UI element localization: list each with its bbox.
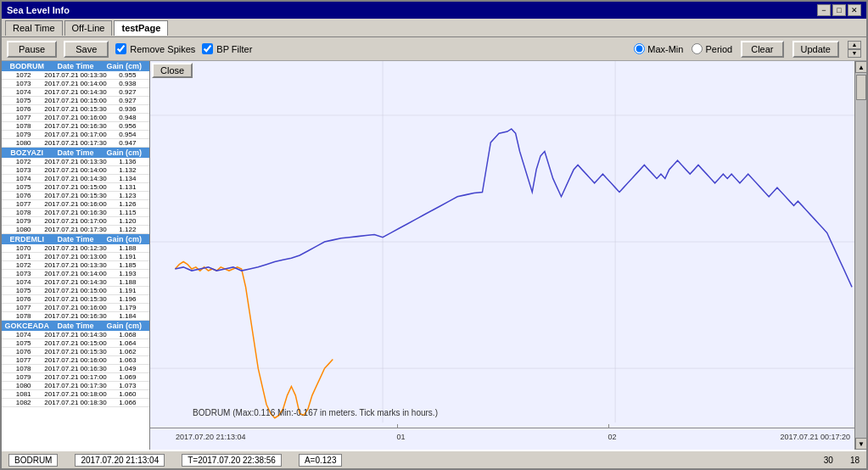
spin-down-button[interactable]: ▼ xyxy=(848,49,861,58)
update-button[interactable]: Update xyxy=(792,41,839,58)
table-row: 10742017.07.21 00:14:300.927 xyxy=(2,88,149,97)
status-station: BODRUM xyxy=(8,454,58,467)
bp-filter-checkbox-group: BP Filter xyxy=(202,43,252,54)
table-row: 10742017.07.21 00:14:301.134 xyxy=(2,175,149,183)
status-v2: 18 xyxy=(850,456,860,465)
remove-spikes-checkbox[interactable] xyxy=(115,43,126,54)
title-bar: Sea Level Info − □ ✕ xyxy=(2,2,866,19)
status-bar: BODRUM 2017.07.20 21:13:04 T=2017.07.20 … xyxy=(2,450,866,468)
table-row: 10742017.07.21 00:14:301.188 xyxy=(2,278,149,287)
max-min-radio[interactable] xyxy=(634,43,645,54)
table-row: 10772017.07.21 00:16:001.179 xyxy=(2,304,149,312)
x-tick-2 xyxy=(608,424,609,428)
table-row: 10772017.07.21 00:16:001.126 xyxy=(2,200,149,209)
spinner: ▲ ▼ xyxy=(848,41,861,58)
pause-button[interactable]: Pause xyxy=(7,41,57,58)
scroll-thumb[interactable] xyxy=(856,75,866,100)
erdemli-header: ERDEMLI Date Time Gain (cm) xyxy=(2,234,149,244)
left-panel: BODRUM Date Time Gain (cm) 10722017.07.2… xyxy=(2,61,150,450)
chart-close-button[interactable]: Close xyxy=(152,63,193,78)
x-axis-line xyxy=(150,428,854,428)
spin-up-button[interactable]: ▲ xyxy=(848,41,861,49)
main-content: BODRUM Date Time Gain (cm) 10722017.07.2… xyxy=(2,61,866,450)
chart-svg xyxy=(150,61,854,450)
tab-testpage[interactable]: testPage xyxy=(114,20,168,36)
station-erdemli: ERDEMLI Date Time Gain (cm) 10702017.07.… xyxy=(2,234,149,321)
x-axis-label-end: 2017.07.21 00:17:20 xyxy=(780,433,850,441)
status-datetime: 2017.07.20 21:13:04 xyxy=(75,454,165,467)
chart-area: Close 0.119 -0.025 -0.169 BODRUM (M xyxy=(150,61,854,450)
scroll-track xyxy=(855,73,866,438)
clear-button[interactable]: Clear xyxy=(741,41,783,58)
gokceada-name: GOKCEADA xyxy=(4,322,49,330)
save-button[interactable]: Save xyxy=(64,41,109,58)
maximize-button[interactable]: □ xyxy=(832,4,846,16)
table-row: 10762017.07.21 00:15:301.123 xyxy=(2,192,149,200)
erdemli-col-date: Date Time xyxy=(53,235,98,243)
table-row: 10712017.07.21 00:13:001.191 xyxy=(2,253,149,261)
toolbar: Pause Save Remove Spikes BP Filter Max-M… xyxy=(2,37,866,61)
scroll-up-button[interactable]: ▲ xyxy=(855,61,866,73)
bozyazi-name: BOZYAZI xyxy=(4,148,49,157)
table-row: 10772017.07.21 00:16:001.063 xyxy=(2,356,149,365)
period-radio[interactable] xyxy=(692,43,703,54)
bp-filter-label: BP Filter xyxy=(216,44,252,54)
bodrum-col-date: Date Time xyxy=(53,62,98,70)
table-row: 10752017.07.21 00:15:001.131 xyxy=(2,183,149,192)
table-row: 10822017.07.21 00:18:301.066 xyxy=(2,399,149,407)
bozyazi-col-gain: Gain (cm) xyxy=(102,148,147,157)
tab-realtime[interactable]: Real Time xyxy=(5,20,63,36)
table-row: 10802017.07.21 00:17:300.947 xyxy=(2,139,149,148)
x-tick-1 xyxy=(397,424,398,428)
x-axis-label-1: 01 xyxy=(397,433,406,441)
gokceada-col-gain: Gain (cm) xyxy=(102,322,147,330)
table-row: 10782017.07.21 00:16:301.115 xyxy=(2,209,149,217)
table-row: 10732017.07.21 00:14:000.938 xyxy=(2,80,149,88)
table-row: 10752017.07.21 00:15:001.064 xyxy=(2,339,149,348)
chart-info-text: BODRUM (Max:0.116 Min:-0.167 in meters. … xyxy=(193,408,438,417)
station-gokceada: GOKCEADA Date Time Gain (cm) 10742017.07… xyxy=(2,321,149,407)
table-row: 10732017.07.21 00:14:001.193 xyxy=(2,270,149,278)
table-row: 10772017.07.21 00:16:000.948 xyxy=(2,114,149,122)
bp-filter-checkbox[interactable] xyxy=(202,43,213,54)
status-a-value: A=0.123 xyxy=(299,454,343,467)
station-bodrum: BODRUM Date Time Gain (cm) 10722017.07.2… xyxy=(2,61,149,148)
status-t-value: T=2017.07.20 22:38:56 xyxy=(182,454,282,467)
window-controls: − □ ✕ xyxy=(817,4,861,16)
table-row: 10722017.07.21 00:13:301.136 xyxy=(2,158,149,166)
table-row: 10752017.07.21 00:15:001.191 xyxy=(2,287,149,295)
table-row: 10722017.07.21 00:13:301.185 xyxy=(2,261,149,270)
table-row: 10782017.07.21 00:16:301.184 xyxy=(2,312,149,321)
status-v1: 30 xyxy=(824,456,833,465)
tab-offline[interactable]: Off-Line xyxy=(64,20,113,36)
table-row: 10762017.07.21 00:15:301.062 xyxy=(2,348,149,356)
bozyazi-header: BOZYAZI Date Time Gain (cm) xyxy=(2,148,149,158)
table-row: 10782017.07.21 00:16:300.956 xyxy=(2,122,149,131)
x-axis-label-start: 2017.07.20 21:13:04 xyxy=(176,433,246,441)
window-title: Sea Level Info xyxy=(7,5,70,15)
table-row: 10782017.07.21 00:16:301.049 xyxy=(2,365,149,373)
erdemli-name: ERDEMLI xyxy=(4,235,49,243)
period-radio-item[interactable]: Period xyxy=(692,43,732,54)
table-row: 10792017.07.21 00:17:001.120 xyxy=(2,217,149,226)
table-row: 10802017.07.21 00:17:301.122 xyxy=(2,226,149,234)
bozyazi-col-date: Date Time xyxy=(53,148,98,157)
gokceada-col-date: Date Time xyxy=(53,322,98,330)
vertical-scrollbar: ▲ ▼ xyxy=(854,61,866,450)
max-min-radio-item[interactable]: Max-Min xyxy=(634,43,683,54)
main-window: Sea Level Info − □ ✕ Real Time Off-Line … xyxy=(0,0,868,470)
station-bozyazi: BOZYAZI Date Time Gain (cm) 10722017.07.… xyxy=(2,148,149,234)
table-row: 10722017.07.21 00:13:300.955 xyxy=(2,71,149,80)
erdemli-col-gain: Gain (cm) xyxy=(102,235,147,243)
table-row: 10762017.07.21 00:15:301.196 xyxy=(2,295,149,304)
table-row: 10732017.07.21 00:14:001.132 xyxy=(2,166,149,175)
period-label: Period xyxy=(705,44,732,54)
tab-bar: Real Time Off-Line testPage xyxy=(2,19,866,37)
table-row: 10702017.07.21 00:12:301.188 xyxy=(2,244,149,253)
table-row: 10812017.07.21 00:18:001.060 xyxy=(2,390,149,399)
gokceada-header: GOKCEADA Date Time Gain (cm) xyxy=(2,321,149,331)
scroll-down-button[interactable]: ▼ xyxy=(855,438,866,450)
minimize-button[interactable]: − xyxy=(817,4,831,16)
table-row: 10762017.07.21 00:15:300.936 xyxy=(2,105,149,114)
close-window-button[interactable]: ✕ xyxy=(848,4,861,16)
